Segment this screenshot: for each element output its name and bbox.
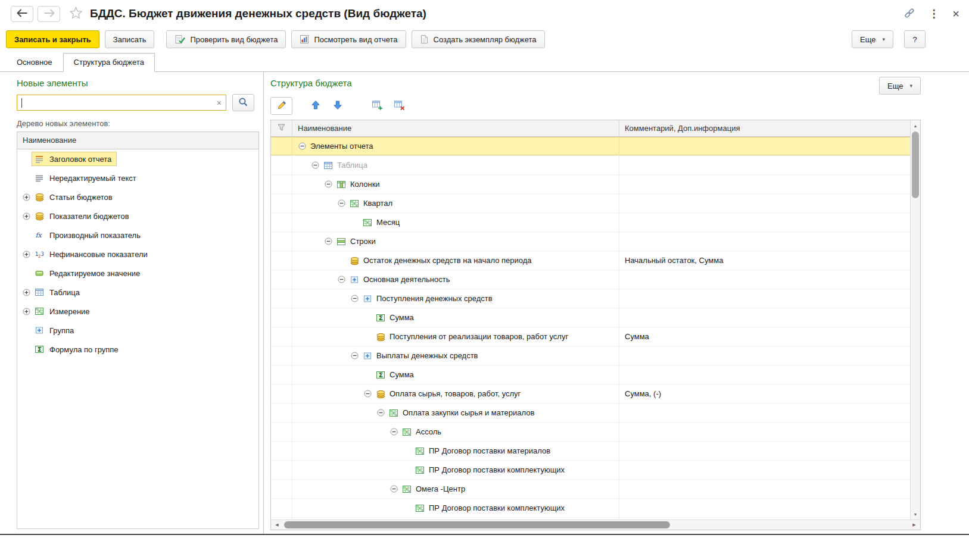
back-arrow-icon [17, 9, 28, 19]
expand-icon[interactable] [21, 308, 32, 315]
list-item[interactable]: Таблица [17, 283, 258, 302]
collapse-icon[interactable] [297, 142, 307, 150]
row-comment-cell: Сумма [619, 327, 910, 346]
toolbar-more-button[interactable]: Еще▾ [852, 30, 893, 48]
scroll-left-icon[interactable]: ◀ [272, 520, 282, 530]
tree-row[interactable]: Таблица [271, 156, 910, 175]
list-item[interactable]: Редактируемое значение [17, 264, 258, 283]
search-input[interactable] [17, 95, 226, 110]
collapse-icon[interactable] [336, 276, 346, 283]
collapse-icon[interactable] [350, 352, 359, 359]
tree-row[interactable]: Колонки [271, 175, 910, 194]
funnel-icon [277, 123, 286, 133]
tree-row[interactable]: ПР Договор поставки комплектующих [271, 499, 910, 518]
tree-row[interactable]: Месяц [271, 213, 910, 232]
collapse-icon[interactable] [376, 409, 385, 417]
vertical-scrollbar[interactable]: ▲ ▼ [910, 120, 920, 520]
tree-row[interactable]: Σ Сумма [271, 365, 910, 384]
save-and-close-button[interactable]: Записать и закрыть [6, 30, 99, 48]
list-item[interactable]: Заголовок отчета [17, 149, 258, 168]
tree-row[interactable]: Омега -Центр [271, 480, 910, 499]
save-button[interactable]: Записать [105, 30, 155, 48]
structure-title: Структура бюджета [270, 78, 352, 88]
list-item-selection: Таблица [32, 285, 85, 299]
search-button[interactable] [232, 94, 254, 111]
tree-row[interactable]: Поступления денежных средств [271, 289, 910, 308]
favorite-star-icon[interactable] [69, 6, 83, 21]
new-elements-table: Наименование Заголовок отчета Нередактир… [17, 132, 259, 529]
collapse-icon[interactable] [350, 295, 359, 302]
view-report-button[interactable]: Посмотреть вид отчета [291, 30, 406, 48]
list-item-selection: Нередактируемый текст [32, 171, 142, 185]
collapse-icon[interactable] [323, 180, 333, 188]
list-item[interactable]: Группа [17, 321, 258, 340]
row-comment-cell [619, 403, 910, 422]
row-comment-cell [619, 194, 910, 212]
structure-tree: Элементы отчета Таблица Колонки Квартал [271, 137, 910, 530]
collapse-icon[interactable] [323, 237, 333, 245]
forward-button[interactable] [38, 6, 60, 22]
expand-icon[interactable] [21, 289, 32, 296]
tree-row[interactable]: Квартал [271, 194, 910, 213]
list-item[interactable]: Измерение [17, 302, 258, 321]
row-name-cell: Основная деятельность [292, 270, 619, 289]
tab-main[interactable]: Основное [6, 53, 63, 71]
table-add-button[interactable] [366, 97, 388, 115]
collapse-icon[interactable] [389, 485, 398, 493]
row-marker-cell [271, 289, 292, 308]
magnifier-icon [238, 97, 248, 109]
tree-row[interactable]: ПР Договор поставки материалов [271, 442, 910, 461]
more-menu-icon[interactable]: ⋮ [929, 8, 939, 19]
clear-search-icon[interactable]: × [217, 99, 222, 107]
tree-row[interactable]: Оплата закупки сырья и материалов [271, 403, 910, 423]
expand-icon[interactable] [21, 212, 32, 220]
collapse-icon[interactable] [389, 428, 398, 436]
horizontal-scroll-thumb[interactable] [284, 521, 670, 528]
list-item[interactable]: Показатели бюджетов [17, 207, 258, 226]
table-remove-button[interactable] [388, 97, 410, 115]
structure-more-button[interactable]: Еще▾ [879, 77, 921, 95]
tree-row[interactable]: Оплата сырья, товаров, работ, услуг Сумм… [271, 384, 910, 403]
row-marker-cell [271, 403, 292, 422]
scroll-right-icon[interactable]: ▶ [909, 520, 919, 530]
tree-row[interactable]: Основная деятельность [271, 270, 910, 289]
tree-row[interactable]: Строки [271, 232, 910, 251]
tree-row[interactable]: Выплаты денежных средств [271, 346, 910, 365]
expand-icon[interactable] [21, 251, 32, 258]
back-button[interactable] [11, 6, 33, 22]
svg-text:fx: fx [36, 231, 43, 239]
budget-structure-panel: Структура бюджета Еще▾ Наименование [264, 72, 969, 534]
expand-icon[interactable] [21, 193, 32, 201]
close-icon[interactable]: × [952, 8, 959, 20]
horizontal-scrollbar[interactable]: ◀ ▶ [271, 520, 920, 530]
edit-element-button[interactable] [270, 97, 292, 115]
list-item[interactable]: fx Производный показатель [17, 226, 258, 245]
tab-budget-structure[interactable]: Структура бюджета [63, 53, 155, 72]
tree-row[interactable]: Поступления от реализации товаров, работ… [271, 327, 910, 346]
collapse-icon[interactable] [363, 390, 372, 398]
list-item[interactable]: Статьи бюджетов [17, 187, 258, 207]
link-icon[interactable] [903, 7, 915, 21]
check-budget-view-button[interactable]: Проверить вид бюджета [166, 30, 286, 48]
tree-row[interactable]: Ассоль [271, 423, 910, 442]
scroll-down-icon[interactable]: ▼ [911, 509, 920, 519]
tree-row[interactable]: Σ Сумма [271, 308, 910, 327]
list-item[interactable]: Σ Формула по группе [17, 340, 258, 359]
tree-row[interactable]: Элементы отчета [271, 137, 910, 156]
collapse-icon[interactable] [310, 161, 320, 169]
list-item[interactable]: 123 Нефинансовые показатели [17, 245, 258, 264]
sigma-icon: Σ [376, 370, 386, 380]
create-budget-instance-button[interactable]: Создать экземпляр бюджета [412, 30, 545, 48]
collapse-icon[interactable] [336, 199, 346, 207]
pencil-icon [276, 100, 287, 112]
tree-row[interactable]: ПР Договор поставки комплектующих [271, 461, 910, 480]
svg-text:Σ: Σ [379, 371, 383, 378]
move-up-button[interactable] [304, 97, 326, 115]
help-button[interactable]: ? [904, 30, 926, 48]
scroll-up-icon[interactable]: ▲ [911, 121, 920, 130]
vertical-scroll-thumb[interactable] [912, 132, 919, 198]
check-budget-view-label: Проверить вид бюджета [190, 35, 278, 44]
list-item[interactable]: Нередактируемый текст [17, 168, 258, 187]
tree-row[interactable]: Остаток денежных средств на начало перио… [271, 251, 910, 270]
move-down-button[interactable] [326, 97, 348, 115]
